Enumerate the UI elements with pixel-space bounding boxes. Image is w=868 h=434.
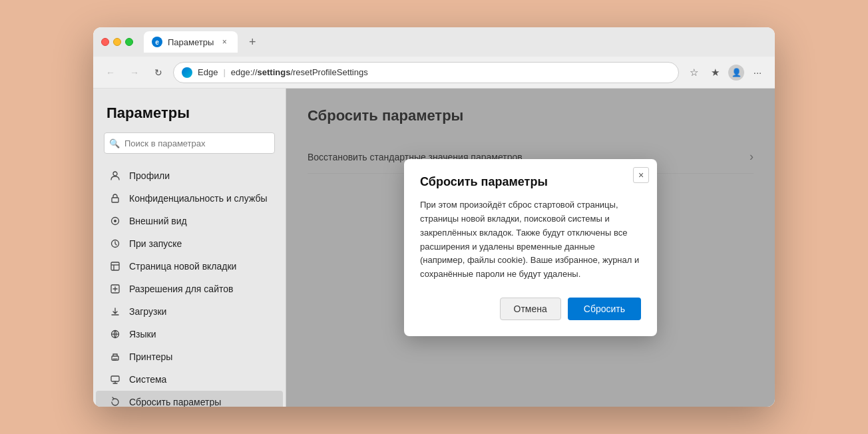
address-bar: ← → ↻ Edge | edge://settings/resetProfil… [93,57,775,89]
profiles-icon [109,170,121,182]
dialog-overlay: × Сбросить параметры При этом произойдёт… [286,89,775,407]
toolbar-icons: ☆ ★ 👤 ··· [684,63,767,82]
collections-icon[interactable]: ★ [706,63,724,82]
dialog-body: При этом произойдёт сброс стартовой стра… [420,198,641,282]
reset-confirm-button[interactable]: Сбросить [568,298,641,320]
title-bar: e Параметры × + [93,27,775,57]
startup-icon [109,238,121,250]
printers-icon [109,351,121,363]
privacy-icon [109,192,121,204]
sidebar-item-appearance[interactable]: Внешний вид [96,210,283,232]
sidebar-item-printers-label: Принтеры [129,351,172,362]
dialog-title: Сбросить параметры [420,175,641,189]
newtab-icon [109,260,121,272]
sidebar-item-languages-label: Языки [129,329,156,339]
svg-rect-8 [112,356,118,360]
reset-icon [109,396,121,407]
sidebar-item-system[interactable]: Система [96,368,283,391]
minimize-window-button[interactable] [113,38,121,46]
sidebar-item-reset-label: Сбросить параметры [129,397,221,407]
favorites-star-icon[interactable]: ☆ [684,63,703,82]
tab-close-button[interactable]: × [219,37,230,47]
svg-rect-5 [111,262,119,270]
sidebar-title: Параметры [93,105,286,132]
languages-icon [109,328,121,340]
profile-icon[interactable]: 👤 [727,63,746,82]
search-input[interactable] [104,132,275,154]
sidebar-item-profiles[interactable]: Профили [96,164,283,187]
traffic-lights [101,38,133,46]
permissions-icon [109,283,121,295]
sidebar-item-permissions[interactable]: Разрешения для сайтов [96,278,283,300]
sidebar-item-profiles-label: Профили [129,170,170,181]
avatar: 👤 [728,65,744,81]
sidebar-item-startup[interactable]: При запуске [96,232,283,255]
sidebar-item-newtab[interactable]: Страница новой вкладки [96,255,283,278]
sidebar-item-printers[interactable]: Принтеры [96,345,283,368]
back-button[interactable]: ← [101,63,120,82]
svg-point-0 [113,172,117,176]
tab-title: Параметры [168,37,214,47]
system-icon [109,373,121,385]
sidebar-item-downloads-label: Загрузки [129,306,166,317]
sidebar-item-reset[interactable]: Сбросить параметры [96,391,283,407]
sidebar-item-downloads[interactable]: Загрузки [96,300,283,323]
edge-logo-icon [182,67,192,78]
address-brand: Edge [198,67,218,77]
sidebar-item-privacy[interactable]: Конфиденциальность и службы [96,187,283,210]
dialog-buttons: Отмена Сбросить [420,298,641,320]
cancel-button[interactable]: Отмена [500,298,561,320]
browser-window: e Параметры × + ← → ↻ Edge | edge://sett… [93,27,775,407]
sidebar-item-permissions-label: Разрешения для сайтов [129,284,233,294]
forward-button[interactable]: → [125,63,144,82]
tab-favicon: e [152,37,162,47]
svg-rect-1 [112,198,118,202]
refresh-button[interactable]: ↻ [149,63,168,82]
sidebar-item-privacy-label: Конфиденциальность и службы [129,193,268,204]
close-window-button[interactable] [101,38,109,46]
sidebar: Параметры 🔍 Профили Конфиденциальность и… [93,89,286,407]
sidebar-item-newtab-label: Страница новой вкладки [129,261,236,272]
downloads-icon [109,306,121,318]
sidebar-item-system-label: Система [129,374,166,385]
address-input[interactable]: Edge | edge://settings/resetProfileSetti… [173,62,679,83]
sidebar-item-appearance-label: Внешний вид [129,216,187,226]
search-box: 🔍 [104,132,275,154]
search-icon: 🔍 [109,138,120,148]
new-tab-button[interactable]: + [243,33,262,51]
main-panel: Сбросить параметры Восстановить стандарт… [286,89,775,407]
appearance-icon [109,215,121,227]
sidebar-item-languages[interactable]: Языки [96,323,283,345]
more-menu-button[interactable]: ··· [748,63,767,82]
address-url: edge://settings/resetProfileSettings [231,67,368,77]
content-area: Параметры 🔍 Профили Конфиденциальность и… [93,89,775,407]
active-tab[interactable]: e Параметры × [144,31,238,53]
svg-rect-9 [111,376,119,381]
svg-point-3 [114,220,116,222]
sidebar-item-startup-label: При запуске [129,238,182,249]
maximize-window-button[interactable] [125,38,133,46]
address-separator: | [223,67,225,77]
dialog-close-button[interactable]: × [633,167,649,183]
reset-dialog: × Сбросить параметры При этом произойдёт… [404,159,657,336]
